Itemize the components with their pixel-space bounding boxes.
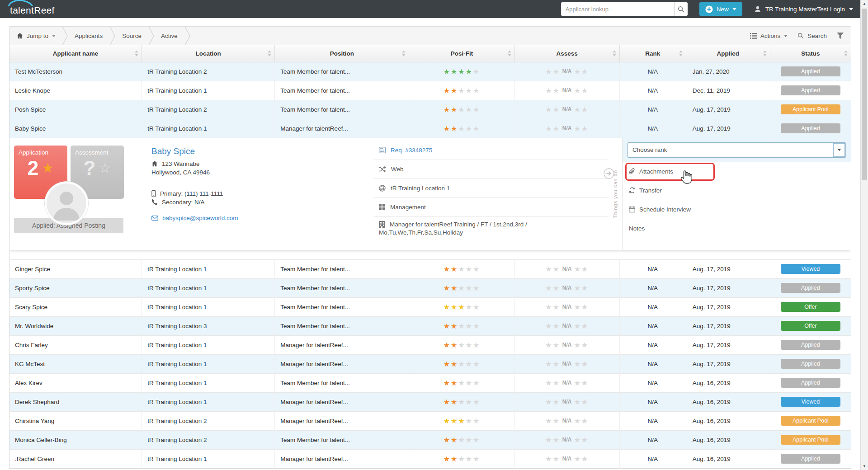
- notes-action[interactable]: Notes: [623, 219, 851, 238]
- rank-row: Choose rank: [623, 138, 851, 162]
- posifit-cell: ★★★★★: [409, 119, 514, 138]
- applicant-row[interactable]: Leslie Knope tR Training Location 1 Team…: [9, 81, 851, 100]
- column-header-applicant-name[interactable]: Applicant name: [9, 45, 142, 62]
- choose-rank-select[interactable]: Choose rank: [627, 142, 846, 158]
- rank-cell: N/A: [619, 411, 686, 430]
- assess-na-label: N/A: [562, 68, 572, 75]
- user-menu[interactable]: TR Training MasterTest Login: [754, 5, 853, 13]
- star-icon: ★: [458, 341, 465, 349]
- star-icon: ★: [581, 455, 589, 463]
- new-button[interactable]: New: [699, 2, 742, 16]
- applicant-row[interactable]: Baby Spice tR Training Location 1 Manage…: [9, 119, 851, 138]
- applied-date-cell: Aug. 16, 2019: [686, 430, 770, 449]
- star-icon: ★: [545, 379, 552, 387]
- search-button[interactable]: Search: [797, 33, 827, 39]
- breadcrumb-active[interactable]: Active: [154, 33, 184, 39]
- rank-cell: N/A: [619, 316, 686, 335]
- attachments-action[interactable]: Attachments: [623, 162, 851, 181]
- position-cell: Team Member for talent...: [275, 373, 409, 392]
- expand-arrow-icon[interactable]: [604, 168, 614, 179]
- breadcrumb-applicants[interactable]: Applicants: [68, 33, 109, 39]
- applied-date-cell: Aug. 17, 2019: [686, 278, 770, 297]
- column-header-applied[interactable]: Applied: [686, 45, 770, 62]
- talentreef-logo[interactable]: talentReef: [10, 2, 55, 16]
- application-card-label: Application: [14, 146, 67, 156]
- location-cell: tR Training Location 2: [142, 62, 275, 81]
- assess-cell: ★★N/A★★: [514, 278, 619, 297]
- posifit-cell: ★★★★★: [409, 335, 514, 354]
- star-icon: ★: [581, 284, 589, 292]
- scrollbar[interactable]: ▲ ▼: [860, 0, 868, 470]
- transfer-action[interactable]: Transfer: [623, 181, 851, 200]
- applicant-row[interactable]: Mr. Worldwide tR Training Location 3 Tea…: [9, 316, 851, 335]
- status-cell: Applied: [770, 354, 851, 373]
- assess-na-label: N/A: [562, 323, 572, 329]
- applicant-name-link[interactable]: Baby Spice: [151, 146, 195, 156]
- posifit-cell: ★★★★★: [409, 316, 514, 335]
- filter-button[interactable]: [837, 33, 844, 39]
- avatar: [45, 182, 88, 225]
- mobile-icon: [151, 190, 156, 197]
- location-cell: tR Training Location 2: [142, 100, 275, 119]
- column-header-rank[interactable]: Rank: [619, 45, 686, 62]
- select-caret-icon[interactable]: [833, 143, 845, 157]
- posifit-stars: ★★★★★: [443, 380, 481, 387]
- applicant-name-cell: Posh Spice: [9, 100, 142, 119]
- applicant-row[interactable]: Scary Spice tR Training Location 1 Team …: [9, 297, 851, 316]
- scroll-down-arrow[interactable]: ▼: [861, 462, 868, 470]
- column-header-position[interactable]: Position: [275, 45, 409, 62]
- assess-cell: ★★N/A★★: [514, 297, 619, 316]
- category-row: Management: [373, 198, 609, 217]
- assess-cell: ★★N/A★★: [514, 449, 619, 468]
- column-header-assess[interactable]: Assess: [514, 45, 619, 62]
- assess-cell: ★★N/A★★: [514, 119, 619, 138]
- applicant-row[interactable]: KG McTest tR Training Location 1 Manager…: [9, 354, 851, 373]
- star-icon: ★: [581, 86, 589, 95]
- column-header-location[interactable]: Location: [142, 45, 275, 62]
- assess-na-label: N/A: [562, 304, 572, 310]
- star-icon: ★: [451, 303, 458, 311]
- sort-icon: [268, 51, 271, 56]
- scrollbar-thumb[interactable]: [862, 9, 867, 180]
- posifit-cell: ★★★★★: [409, 354, 514, 373]
- applicant-row[interactable]: Derek Shephard tR Training Location 1 Ma…: [9, 392, 851, 411]
- applicant-row[interactable]: Ginger Spice tR Training Location 1 Team…: [9, 259, 851, 278]
- applicant-row[interactable]: Alex Kirev tR Training Location 1 Team M…: [9, 373, 851, 392]
- applicant-lookup-input[interactable]: [561, 2, 674, 16]
- address-line2: Hollywood, CA 49946: [151, 169, 210, 176]
- position-cell: Team Member for talent...: [275, 430, 409, 449]
- position-cell: Manager for talentReef...: [275, 335, 409, 354]
- star-icon: ★: [581, 303, 589, 311]
- applicant-row[interactable]: Test McTesterson tR Training Location 2 …: [9, 62, 851, 81]
- applicant-row[interactable]: Monica Geller-Bing tR Training Location …: [9, 430, 851, 449]
- applicant-name-cell: Mr. Worldwide: [9, 316, 142, 335]
- assess-stars: ★★N/A★★: [545, 67, 589, 76]
- column-header-status[interactable]: Status: [770, 45, 851, 62]
- applicant-name-cell: Chris Farley: [9, 335, 142, 354]
- breadcrumb-source[interactable]: Source: [115, 33, 148, 39]
- rank-cell: N/A: [619, 119, 686, 138]
- star-icon: ★: [466, 341, 473, 349]
- rank-cell: N/A: [619, 392, 686, 411]
- assess-stars: ★★N/A★★: [545, 284, 589, 292]
- applicant-row[interactable]: .Rachel Green tR Training Location 1 Man…: [9, 449, 851, 468]
- jump-to-dropdown[interactable]: Jump to: [9, 33, 62, 39]
- position-cell: Manager for talentReef...: [275, 411, 409, 430]
- schedule-interview-action[interactable]: Schedule Interview: [623, 200, 851, 219]
- applicant-name-cell: Baby Spice: [9, 119, 142, 138]
- applicant-row[interactable]: Sporty Spice tR Training Location 1 Team…: [9, 278, 851, 297]
- scroll-up-arrow[interactable]: ▲: [861, 0, 868, 8]
- actions-dropdown[interactable]: Actions: [750, 33, 788, 39]
- shuffle-icon: [379, 166, 386, 172]
- applicant-lookup-button[interactable]: [674, 2, 688, 16]
- requisition-link[interactable]: Req. #3348275: [373, 141, 609, 160]
- star-icon: ★: [466, 379, 473, 387]
- applicant-row[interactable]: Chris Farley tR Training Location 1 Mana…: [9, 335, 851, 354]
- star-icon: ★: [458, 360, 465, 368]
- column-header-posi-fit[interactable]: Posi-Fit: [409, 45, 514, 62]
- email-link[interactable]: babyspice@spiceworld.com: [162, 215, 238, 221]
- assess-stars: ★★N/A★★: [545, 436, 589, 444]
- star-icon: ★: [473, 68, 480, 75]
- applicant-row[interactable]: Posh Spice tR Training Location 2 Team M…: [9, 100, 851, 119]
- applicant-row[interactable]: Chirstina Yang tR Training Location 2 Ma…: [9, 411, 851, 430]
